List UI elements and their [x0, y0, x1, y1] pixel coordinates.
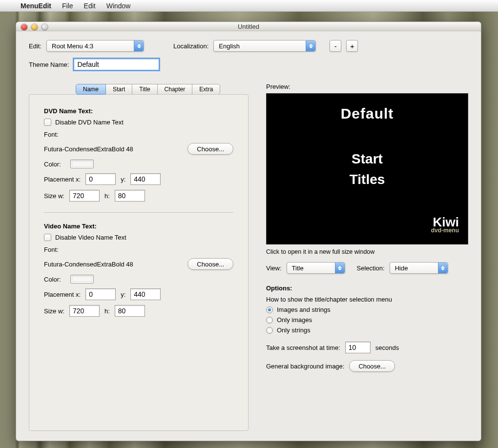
background-image-choose-button[interactable]: Choose... [349, 360, 395, 372]
video-placement-y-label: y: [121, 291, 125, 298]
selection-popup-value: Hide [395, 265, 408, 272]
localization-popup-value: English [219, 42, 240, 50]
screenshot-time-label: Take a screenshot at time: [266, 344, 340, 351]
dvd-placement-x-input[interactable] [85, 173, 116, 185]
video-placement-x-input[interactable] [85, 288, 116, 300]
app-window: Untitled Edit: Root Menu 4:3 Localizatio… [16, 21, 481, 441]
dvd-font-choose-button[interactable]: Choose... [187, 143, 233, 155]
dvd-size-w-input[interactable] [69, 190, 100, 202]
edit-popup[interactable]: Root Menu 4:3 [46, 40, 144, 52]
screenshot-seconds-label: seconds [375, 344, 399, 351]
menubar-app-name[interactable]: MenuEdit [21, 2, 51, 10]
dvd-font-label: Font: [44, 131, 233, 138]
window-titlebar[interactable]: Untitled [16, 22, 481, 31]
radio-only-images[interactable] [266, 317, 273, 324]
view-label: View: [266, 265, 282, 272]
video-color-well[interactable] [70, 275, 94, 284]
zoom-button[interactable] [42, 24, 48, 30]
window-content: Edit: Root Menu 4:3 Localization: Englis… [16, 31, 481, 441]
chevrons-icon [134, 41, 144, 51]
dvd-color-well[interactable] [70, 160, 94, 168]
localization-popup[interactable]: English [213, 40, 316, 52]
preview-label: Preview: [266, 83, 468, 90]
video-size-w-input[interactable] [69, 305, 100, 317]
video-size-h-input[interactable] [115, 305, 145, 317]
background-image-label: General background image: [266, 363, 344, 370]
disable-dvd-name-label: Disable DVD Name Text [55, 119, 124, 126]
tab-bar: Name Start Title Chapter Extra [76, 84, 220, 95]
dvd-size-w-label: Size w: [44, 192, 64, 200]
view-popup-value: Title [292, 265, 304, 272]
view-popup[interactable]: Title [287, 262, 345, 274]
preview-hint: Click to open it in a new full size wind… [266, 248, 468, 255]
disable-video-name-checkbox[interactable] [44, 234, 51, 241]
dvd-color-label: Color: [44, 161, 65, 168]
video-name-heading: Video Name Text: [44, 223, 233, 230]
dvd-size-h-input[interactable] [115, 190, 145, 202]
chevrons-icon [438, 263, 448, 273]
radio-images-and-strings[interactable] [266, 306, 273, 313]
dvd-placement-y-input[interactable] [130, 173, 161, 185]
remove-localization-button[interactable]: - [330, 40, 341, 52]
tab-extra[interactable]: Extra [192, 84, 220, 95]
selection-label: Selection: [357, 265, 385, 272]
video-placement-x-label: Placement x: [44, 291, 81, 298]
selection-popup[interactable]: Hide [390, 262, 448, 274]
radio-only-images-label: Only images [277, 316, 312, 324]
video-color-label: Color: [44, 276, 65, 283]
preview-canvas[interactable]: Default Start Titles Kiwi dvd-menu [266, 93, 468, 244]
preview-default-text: Default [267, 105, 468, 122]
disable-video-name-label: Disable Video Name Text [55, 234, 126, 241]
section-divider [44, 212, 233, 213]
desktop: MenuEdit File Edit Window Untitled Edit:… [0, 0, 498, 448]
video-font-choose-button[interactable]: Choose... [187, 258, 233, 270]
system-menubar: MenuEdit File Edit Window [0, 0, 498, 12]
radio-only-strings[interactable] [266, 327, 273, 334]
disable-dvd-name-checkbox[interactable] [44, 119, 51, 126]
window-title: Untitled [238, 23, 259, 30]
preview-kiwi-logo: Kiwi dvd-menu [431, 216, 459, 233]
tab-title[interactable]: Title [132, 84, 157, 95]
edit-popup-value: Root Menu 4:3 [52, 42, 93, 50]
radio-images-and-strings-label: Images and strings [277, 306, 331, 313]
chevrons-icon [306, 41, 315, 51]
localization-label: Localization: [173, 42, 208, 50]
theme-name-input[interactable] [74, 59, 159, 70]
tab-chapter[interactable]: Chapter [157, 84, 193, 95]
dvd-font-value: Futura-CondensedExtraBold 48 [44, 145, 133, 153]
menubar-file[interactable]: File [62, 2, 73, 10]
preview-start-text: Start [267, 151, 468, 167]
video-placement-y-input[interactable] [130, 288, 161, 300]
dvd-placement-x-label: Placement x: [44, 176, 81, 183]
dvd-placement-y-label: y: [121, 176, 125, 183]
edit-label: Edit: [29, 42, 42, 50]
preview-titles-text: Titles [267, 172, 468, 187]
options-how-label: How to show the title/chapter selection … [266, 296, 468, 303]
menubar-window[interactable]: Window [106, 2, 131, 10]
video-size-h-label: h: [104, 307, 110, 315]
menubar-edit[interactable]: Edit [84, 2, 96, 10]
name-tab-panel: DVD Name Text: Disable DVD Name Text Fon… [29, 94, 249, 431]
traffic-lights [21, 24, 48, 30]
add-localization-button[interactable]: + [346, 40, 358, 52]
close-button[interactable] [21, 24, 27, 30]
tab-start[interactable]: Start [105, 84, 132, 95]
theme-name-label: Theme Name: [29, 61, 69, 68]
video-size-w-label: Size w: [44, 307, 64, 315]
dvd-name-heading: DVD Name Text: [44, 107, 233, 115]
minimize-button[interactable] [31, 24, 38, 30]
options-heading: Options: [266, 285, 468, 292]
radio-only-strings-label: Only strings [277, 326, 311, 334]
video-font-value: Futura-CondensedExtraBold 48 [44, 261, 133, 268]
video-font-label: Font: [44, 246, 233, 253]
screenshot-time-input[interactable] [345, 342, 371, 353]
tab-name[interactable]: Name [76, 84, 106, 95]
chevrons-icon [335, 263, 345, 273]
dvd-size-h-label: h: [104, 192, 110, 200]
